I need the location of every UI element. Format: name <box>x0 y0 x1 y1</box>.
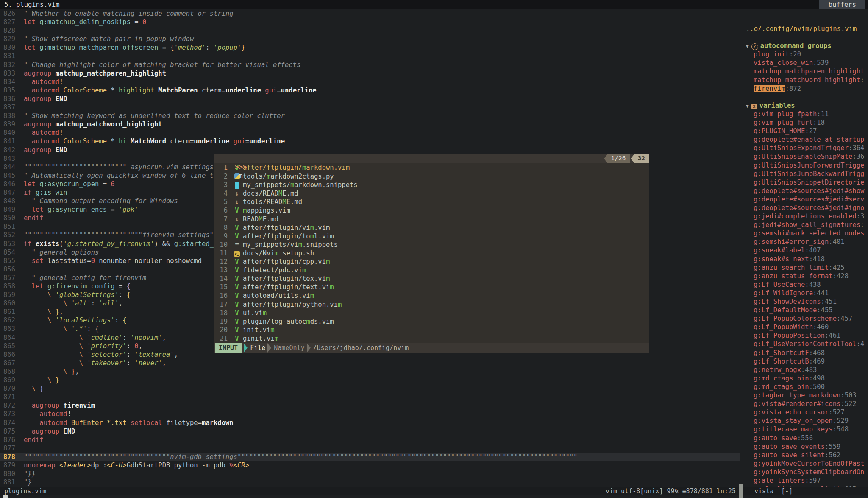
tag-item[interactable]: g:jedi#show_call_signatures: <box>743 221 868 229</box>
editor-line-881[interactable]: 881"} <box>0 478 740 487</box>
tag-item[interactable]: g:jedi#completions_enabled:3 <box>743 212 868 221</box>
section-header-variables[interactable]: ▼xvariables <box>743 101 868 110</box>
editor-line-826[interactable]: 826" Whether to enable matching inside c… <box>0 9 740 18</box>
editor-line-878[interactable]: 878"""""""""""""""""""""""""""""""""""""… <box>0 453 740 461</box>
tag-item[interactable]: g:UltiSnipsExpandTrigger:364 <box>743 144 868 152</box>
editor-line-873[interactable]: 873 autocmd! <box>0 410 740 418</box>
editor-line-832[interactable]: 832" Change highlight color of matching … <box>0 61 740 69</box>
editor-line-834[interactable]: 834 autocmd! <box>0 78 740 86</box>
file-result-row[interactable]: 15Vafter/ftplugin/text.vim <box>214 283 649 291</box>
editor-line-879[interactable]: 879nnoremap <leader>dp :<C-U>GdbStartPDB… <box>0 461 740 470</box>
file-result-row[interactable]: 12Vafter/ftplugin/cpp.vim <box>214 257 649 266</box>
buffers-label[interactable]: buffers <box>819 0 865 9</box>
editor-line-837[interactable]: 837 <box>0 103 740 112</box>
tag-item[interactable]: g:md_ctags_bin:500 <box>743 383 868 391</box>
file-result-row[interactable]: 18Vui.vim <box>214 309 649 317</box>
tag-item[interactable]: g:vim_plug_furl:18 <box>743 118 868 127</box>
file-result-row[interactable]: 10≡my_snippets/vim.snippets <box>214 241 649 249</box>
tag-item[interactable]: g:Lf_ShortcutB:469 <box>743 357 868 366</box>
editor-line-841[interactable]: 841 autocmd ColorScheme * hi MatchWord c… <box>0 137 740 145</box>
editor-line-880[interactable]: 880"}} <box>0 470 740 478</box>
tag-item[interactable]: g:Lf_WildIgnore:441 <box>743 289 868 297</box>
file-result-row[interactable]: 1Vafter/ftplugin/markdown.vim <box>214 163 649 172</box>
editor-line-829[interactable]: 829" Show offscreen match pair in popup … <box>0 35 740 43</box>
file-result-row[interactable]: 20Vinit.vim <box>214 326 649 334</box>
file-result-row[interactable]: 21Vginit.vim <box>214 334 649 343</box>
editor-line-876[interactable]: 876endif <box>0 436 740 444</box>
file-result-row[interactable]: 16Vautoload/utils.vim <box>214 291 649 300</box>
editor-line-869[interactable]: 869 \ } <box>0 376 740 384</box>
scrollbar-thumb[interactable] <box>739 484 743 498</box>
tag-item[interactable]: g:anzu_status_format:428 <box>743 272 868 280</box>
tag-item[interactable]: g:sneak#s_next:418 <box>743 255 868 263</box>
tag-item[interactable]: firenvim:872 <box>743 84 868 93</box>
tab-active[interactable]: 5. plugins.vim <box>4 1 60 8</box>
file-result-row[interactable]: 2tools/markdown2ctags.py <box>214 172 649 181</box>
file-result-row[interactable]: 14Vafter/ftplugin/tex.vim <box>214 274 649 283</box>
tag-item[interactable]: g:semshi#error_sign:401 <box>743 238 868 246</box>
tag-item[interactable]: g:deoplete#sources#jedi#igno <box>743 204 868 212</box>
tag-item[interactable]: g:titlecase_map_keys:548 <box>743 425 868 434</box>
tag-item[interactable]: g:yoinkSyncSystemClipboardOn <box>743 468 868 476</box>
tag-item[interactable]: g:auto_save_events:559 <box>743 442 868 451</box>
tag-item[interactable]: g:vista_stay_on_open:529 <box>743 417 868 425</box>
tag-item[interactable]: g:vista_echo_cursor:527 <box>743 408 868 417</box>
tag-item[interactable]: matchup_matchword_highlight: <box>743 76 868 84</box>
editor-line-830[interactable]: 830let g:matchup_matchparen_offscreen = … <box>0 43 740 52</box>
tag-item[interactable]: vista_close_win:539 <box>743 59 868 67</box>
tag-item[interactable]: g:deoplete#sources#jedi#show <box>743 187 868 195</box>
tag-item[interactable]: g:md_ctags_bin:498 <box>743 374 868 383</box>
tag-item[interactable]: g:netrw_nogx:483 <box>743 366 868 374</box>
editor-line-842[interactable]: 842augroup END <box>0 146 740 154</box>
tag-item[interactable]: g:Lf_DefaultMode:455 <box>743 306 868 314</box>
file-result-row[interactable]: 9Vafter/ftplugin/toml.vim <box>214 232 649 241</box>
tag-item[interactable]: g:tagbar_type_markdown:503 <box>743 391 868 400</box>
tag-item[interactable]: g:ale_linters:597 <box>743 476 868 485</box>
tag-item[interactable]: g:vim_plug_fpath:11 <box>743 110 868 118</box>
editor-line-839[interactable]: 839augroup matchup_matchword_highlight <box>0 120 740 129</box>
editor-line-833[interactable]: 833augroup matchup_matchparen_highlight <box>0 69 740 78</box>
file-result-row[interactable]: 5↓tools/README.md <box>214 198 649 206</box>
chevron-down-icon[interactable]: ▼ <box>746 44 749 49</box>
file-result-row[interactable]: 17Vafter/ftplugin/python.vim <box>214 300 649 309</box>
leaderf-prompt-input[interactable]: >>> m 1/26 32 <box>214 154 649 163</box>
tag-item[interactable]: g:UltiSnipsEnableSnipMate:36 <box>743 152 868 161</box>
editor-line-868[interactable]: 868 \ }, <box>0 367 740 376</box>
editor-line-835[interactable]: 835 autocmd ColorScheme * highlight Matc… <box>0 86 740 95</box>
file-result-row[interactable]: 8Vafter/ftplugin/vim.vim <box>214 224 649 232</box>
file-result-row[interactable]: 13Vftdetect/pdc.vim <box>214 266 649 274</box>
editor-line-872[interactable]: 872 augroup firenvim <box>0 401 740 410</box>
tag-item[interactable]: g:Lf_UseVersionControlTool:4 <box>743 340 868 348</box>
tag-item[interactable]: g:Lf_ShortcutF:468 <box>743 349 868 357</box>
tag-item[interactable]: g:deoplete#sources#jedi#serv <box>743 195 868 204</box>
editor-line-828[interactable]: 828 <box>0 26 740 35</box>
tag-item[interactable]: g:anzu_search_limit:425 <box>743 263 868 272</box>
editor-line-874[interactable]: 874 autocmd BufEnter *.txt setlocal file… <box>0 419 740 427</box>
tag-item[interactable]: g:UltiSnipsJumpBackwardTrigg <box>743 170 868 178</box>
editor-line-867[interactable]: 867 \ 'takeover': 'never', <box>0 359 740 367</box>
tag-item[interactable]: matchup_matchparen_highlight <box>743 67 868 76</box>
editor-line-870[interactable]: 870 \ } <box>0 384 740 393</box>
tag-item[interactable]: g:PLUGIN_HOME:27 <box>743 127 868 135</box>
tag-item[interactable]: g:auto_save:556 <box>743 434 868 442</box>
tag-item[interactable]: g:UltiSnipsJumpForwardTrigge <box>743 161 868 170</box>
file-result-row[interactable]: 6Vmappings.vim <box>214 206 649 215</box>
tag-item[interactable]: g:Lf_ShowDevIcons:451 <box>743 297 868 306</box>
file-result-row[interactable]: 7↓README.md <box>214 215 649 224</box>
tag-item[interactable]: g:Lf_PopupPosition:461 <box>743 331 868 340</box>
editor-line-840[interactable]: 840 autocmd! <box>0 129 740 137</box>
editor-line-875[interactable]: 875 augroup END <box>0 427 740 436</box>
tag-item[interactable]: g:Lf_PopupColorscheme:457 <box>743 314 868 323</box>
editor-line-838[interactable]: 838" Show matching keyword as underlined… <box>0 112 740 120</box>
tag-item[interactable]: g:Lf_PopupWidth:460 <box>743 323 868 331</box>
file-result-row[interactable]: 3≡my_snippets/markdown.snippets <box>214 181 649 189</box>
editor-line-836[interactable]: 836augroup END <box>0 95 740 103</box>
tag-item[interactable]: g:UltiSnipsSnippetDirectorie <box>743 178 868 187</box>
tag-item[interactable]: g:auto_save_silent:562 <box>743 451 868 459</box>
tag-item[interactable]: g:vista#renderer#icons:522 <box>743 400 868 408</box>
editor-line-827[interactable]: 827let g:matchup_delim_noskips = 0 <box>0 18 740 26</box>
file-result-row[interactable]: 19Vplugin/log-autocmds.vim <box>214 317 649 326</box>
section-header-autocommand-groups[interactable]: ▼?autocommand groups <box>743 42 868 50</box>
file-result-row[interactable]: 4↓docs/README.md <box>214 189 649 198</box>
tag-item[interactable]: plug_init:20 <box>743 50 868 59</box>
